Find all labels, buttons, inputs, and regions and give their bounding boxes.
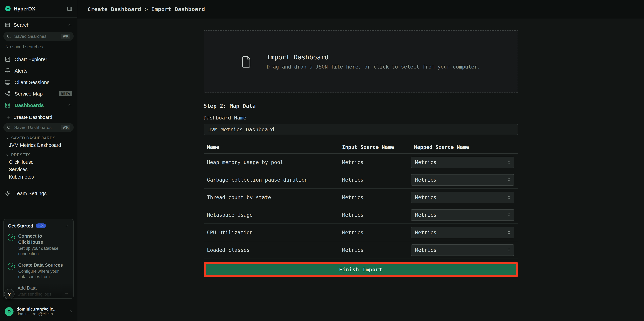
hyperdx-logo-icon (5, 5, 11, 12)
check-circle-icon (8, 234, 15, 241)
row-input-source: Metrics (339, 194, 411, 200)
sidebar-header: HyperDX (0, 0, 77, 17)
table-icon (5, 22, 10, 27)
table-row: Loaded classes Metrics Metrics (204, 241, 518, 259)
row-input-source: Metrics (339, 229, 411, 235)
sidebar-item-alerts[interactable]: Alerts (0, 65, 77, 76)
row-input-source: Metrics (339, 247, 411, 253)
sidebar: HyperDX Search ⌘K No saved searches (0, 0, 77, 321)
mapped-source-select[interactable]: Metrics (411, 156, 514, 168)
sidebar-item-label: Client Sessions (14, 79, 50, 85)
select-value: Metrics (415, 212, 436, 218)
chevrons-up-down-icon (507, 178, 511, 182)
sidebar-item-client-sessions[interactable]: Client Sessions (0, 76, 77, 88)
table-row: Metaspace Usage Metrics Metrics (204, 206, 518, 224)
mapped-source-select[interactable]: Metrics (411, 192, 514, 203)
search-section-header[interactable]: Search (0, 17, 77, 31)
sidebar-item-label: Team Settings (14, 190, 47, 196)
search-icon (7, 125, 11, 130)
avatar: D (5, 307, 14, 316)
get-started-card: Get Started 2/3 Connect to ClickHouse Se… (4, 219, 74, 299)
bell-icon (5, 68, 10, 73)
user-email: dominic.tran@clickh... (16, 312, 66, 316)
sidebar-item-dashboards[interactable]: Dashboards (0, 99, 77, 111)
mapped-source-select[interactable]: Metrics (411, 209, 514, 221)
column-header-input-source: Input Source Name (339, 141, 411, 153)
brand-name: HyperDX (14, 6, 35, 11)
chevrons-up-down-icon (507, 230, 511, 235)
breadcrumb[interactable]: Create Dashboard > Import Dashboard (88, 6, 205, 12)
shortcut-badge: ⌘K (61, 34, 70, 39)
select-value: Metrics (415, 159, 436, 165)
presets-group-label[interactable]: PRESETS (0, 149, 77, 158)
row-input-source: Metrics (339, 177, 411, 183)
chevron-up-icon[interactable] (68, 103, 72, 107)
mapped-source-select[interactable]: Metrics (411, 174, 514, 185)
mapped-source-select[interactable]: Metrics (411, 227, 514, 238)
sidebar-collapse-icon[interactable] (67, 6, 72, 11)
sidebar-item-preset-services[interactable]: Services (0, 166, 77, 173)
sidebar-item-jvm-dashboard[interactable]: JVM Metrics Dashboard (0, 141, 77, 149)
sidebar-item-team-settings[interactable]: Team Settings (0, 187, 77, 199)
arrow-right-icon: → (64, 290, 68, 295)
check-circle-icon (8, 263, 15, 270)
page-header: Create Dashboard > Import Dashboard (77, 0, 644, 19)
column-header-mapped-source: Mapped Source Name (411, 141, 518, 153)
table-row: Heap memory usage by pool Metrics Metric… (204, 154, 518, 171)
step-heading: Step 2: Map Data (204, 103, 518, 109)
dashboard-name-input[interactable] (204, 124, 518, 135)
import-dropzone[interactable]: Import Dashboard Drag and drop a JSON fi… (204, 30, 518, 93)
search-icon (7, 34, 11, 38)
get-started-item-subtitle: Configure where your data comes from (18, 269, 66, 280)
get-started-title: Get Started (8, 223, 33, 229)
sidebar-item-label: Alerts (14, 68, 28, 73)
chart-explorer-icon (5, 56, 10, 62)
saved-searches-input[interactable] (14, 33, 58, 39)
get-started-item-title: Add Data (18, 285, 65, 291)
chevron-up-icon[interactable] (65, 224, 69, 228)
plus-icon (6, 115, 10, 119)
row-input-source: Metrics (339, 212, 411, 218)
no-saved-searches-note: No saved searches (0, 41, 77, 53)
sidebar-item-preset-kubernetes[interactable]: Kubernetes (0, 173, 77, 181)
saved-dashboards-group-label[interactable]: SAVED DASHBOARDS (0, 132, 77, 141)
row-name: Loaded classes (204, 247, 339, 253)
get-started-item-title: Create Data Sources (18, 262, 66, 268)
dropzone-title: Import Dashboard (267, 53, 480, 61)
sidebar-item-label: Service Map (14, 91, 43, 96)
get-started-item-subtitle: Set up your database connection (18, 246, 66, 257)
table-row: Garbage collection pause duration Metric… (204, 171, 518, 189)
get-started-item-add-data[interactable]: Add Data Start sending logs, metrics, or… (4, 282, 73, 299)
sidebar-item-chart-explorer[interactable]: Chart Explorer (0, 53, 77, 65)
main-area: Create Dashboard > Import Dashboard Impo… (77, 0, 644, 321)
sidebar-item-service-map[interactable]: Service Map BETA (0, 88, 77, 99)
saved-dashboards-input[interactable] (14, 125, 58, 130)
select-value: Metrics (415, 229, 436, 235)
saved-searches-search[interactable]: ⌘K (4, 32, 74, 41)
select-value: Metrics (415, 194, 436, 200)
row-name: Thread count by state (204, 194, 339, 200)
mapped-source-select[interactable]: Metrics (411, 244, 514, 256)
shortcut-badge: ⌘K (61, 125, 70, 130)
search-section-label: Search (14, 22, 30, 28)
chevrons-up-down-icon (507, 160, 511, 164)
row-name: CPU utilization (204, 229, 339, 235)
saved-dashboards-search[interactable]: ⌘K (4, 123, 74, 132)
sidebar-item-label: Dashboards (14, 102, 44, 108)
select-value: Metrics (415, 177, 436, 183)
row-name: Metaspace Usage (204, 212, 339, 218)
gear-icon (5, 190, 10, 196)
user-menu[interactable]: D dominic.tran@clic... dominic.tran@clic… (0, 302, 77, 321)
group-label-text: SAVED DASHBOARDS (11, 136, 56, 140)
get-started-item-sources[interactable]: Create Data Sources Configure where your… (4, 259, 73, 282)
finish-import-button[interactable]: Finish Import (206, 264, 516, 275)
chevron-up-icon[interactable] (68, 22, 72, 27)
brand: HyperDX (5, 5, 35, 12)
chevrons-up-down-icon (507, 195, 511, 200)
get-started-header[interactable]: Get Started 2/3 (4, 219, 73, 231)
annotation-highlight-box: Finish Import (204, 262, 518, 277)
help-button[interactable]: ? (4, 289, 14, 300)
sidebar-item-preset-clickhouse[interactable]: ClickHouse (0, 158, 77, 166)
get-started-item-connect[interactable]: Connect to ClickHouse Set up your databa… (4, 231, 73, 259)
create-dashboard-button[interactable]: Create Dashboard (0, 112, 77, 122)
